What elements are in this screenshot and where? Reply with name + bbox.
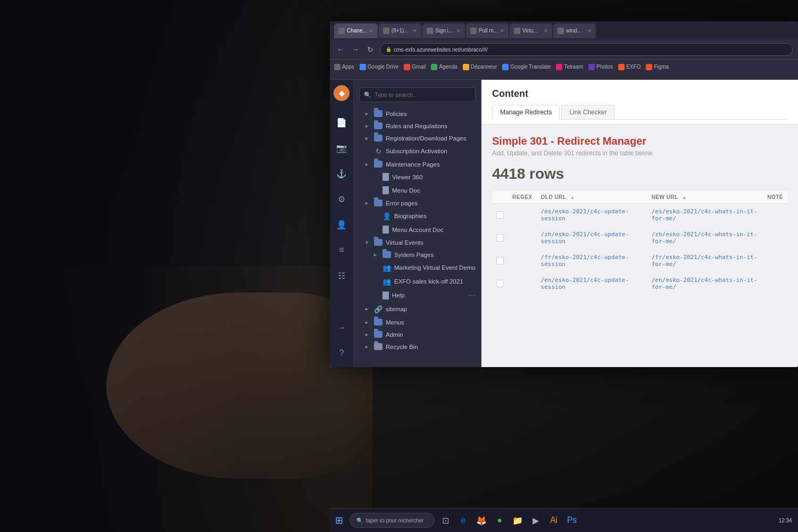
photoshop-icon[interactable]: Ps [564,513,579,528]
firefox-icon[interactable]: 🦊 [474,513,489,528]
col-header-old-url[interactable]: OLD URL ▲ [537,191,639,204]
tab-close-2[interactable]: ✕ [456,28,461,34]
row-checkbox-0[interactable] [496,211,504,219]
tree-item-registration[interactable]: ► Registration/Download Pages [354,132,481,144]
tree-label-recycle: Recycle Bin [386,344,418,350]
bookmark-translate[interactable]: Google Translate [502,64,551,70]
back-button[interactable]: ← [335,44,346,55]
browser-tab-3[interactable]: Pull m... ✕ [466,23,509,38]
taskbar-right: 12:34 [778,513,793,528]
bookmark-telraam-label: Telraam [564,64,583,70]
tree-item-recycle[interactable]: ► Recycle Bin [354,340,481,353]
tab-close-3[interactable]: ✕ [500,28,504,34]
address-bar[interactable]: 🔒 cms-exfo.azurewebsites.net/umbraco/#/ [380,43,793,56]
cms-icon-help[interactable]: ? [333,345,350,362]
refresh-button[interactable]: ↻ [365,44,376,55]
bookmark-gmail[interactable]: Gmail [404,64,426,70]
explorer-icon[interactable]: 📁 [510,513,525,528]
tab-close-4[interactable]: ✕ [544,28,548,34]
cms-icon-table[interactable]: ≡ [333,242,350,259]
taskbar-search[interactable]: 🔍 taper ici pour rechercher [350,513,435,528]
tab-favicon-5 [558,28,564,34]
tree-item-maintenance[interactable]: ► Maintenance Pages [354,158,481,170]
tab-manage-redirects[interactable]: Manage Redirects [492,105,560,120]
tab-favicon-3 [470,28,477,34]
new-url-0: /es/esko-2021/c4c-whats-in-it-for-me/ [652,208,758,222]
tree-label-error: Error pages [386,200,418,206]
bookmark-telraam[interactable]: Telraam [556,64,583,70]
sort-icon-new: ▲ [682,195,687,200]
tree-label-registration: Registration/Download Pages [386,135,467,142]
redirect-count: 4418 rows [492,165,787,182]
tree-item-virtual-events[interactable]: ▼ Virtual Events [354,236,481,248]
tree-item-menudoc[interactable]: Menu Doc [354,184,481,197]
search-bar[interactable]: 🔍 [359,87,476,102]
cms-icon-gear[interactable]: ⚙ [333,190,350,207]
cms-icon-wrench[interactable]: ⚓ [333,165,350,182]
bookmark-depanneur[interactable]: Dépanneur [463,64,497,70]
edge-icon[interactable]: e [456,513,471,528]
taskbar-search-text: taper ici pour rechercher [366,518,423,523]
note-label: NOTE [767,194,783,200]
folder-icon-recycle [374,343,383,350]
cms-icon-person[interactable]: 👤 [333,216,350,233]
tree-arrow-sitemap: ► [364,306,371,312]
tree-label-subscription: Subscription Activation [386,148,447,154]
tree-item-help[interactable]: Help ⋯ [354,288,481,302]
tree-item-menu-account[interactable]: Menu Account Doc [354,223,481,236]
windows-logo[interactable]: ⊞ [335,514,343,526]
browser-tab-5[interactable]: wind... ✕ [553,23,596,38]
tree-item-policies[interactable]: ► Policies [354,107,481,120]
tree-item-menus[interactable]: ► Menus [354,316,481,328]
bookmark-exfo[interactable]: EXFO [618,64,641,70]
illustrator-icon[interactable]: Ai [546,513,561,528]
tree-item-biographies[interactable]: 👤 Biographies [354,209,481,223]
browser-tab-1[interactable]: (8+1)... ✕ [379,23,421,38]
tree-item-marketing[interactable]: 👥 Marketing Virtual Event Demo [354,261,481,275]
tree-item-viewer360[interactable]: Viewer 360 [354,170,481,184]
cms-icon-image[interactable]: 📷 [333,139,350,156]
col-header-new-url[interactable]: NEW URL ▲ [647,191,763,204]
forward-button[interactable]: → [350,44,361,55]
tab-nav: Manage Redirects Link Checker [492,105,787,120]
tree-item-subscription[interactable]: ↻ Subscription Activation [354,144,481,158]
bookmark-agenda[interactable]: Agenda [431,64,457,70]
tree-item-rules[interactable]: ► Rules and Regulations [354,120,481,132]
figma-favicon [646,64,652,70]
chrome-icon[interactable]: ● [492,513,507,528]
tree-item-system-pages[interactable]: ► System Pages [354,248,481,261]
tree-item-admin[interactable]: ► Admin [354,328,481,340]
note-2 [763,250,787,272]
tree-item-sitemap[interactable]: ► 🔗 sitemap [354,302,481,316]
row-checkbox-2[interactable] [496,257,504,264]
cms-icon-grid[interactable]: ☷ [333,267,350,284]
tree-item-error[interactable]: ► Error pages [354,197,481,209]
laptop-screen: Chane... ✕ (8+1)... ✕ Sign i... ✕ Pull m… [330,21,798,367]
task-view-button[interactable]: ⊡ [438,513,453,528]
tab-close-5[interactable]: ✕ [587,28,592,34]
row-checkbox-3[interactable] [496,280,504,287]
browser-tab-4[interactable]: Virtu... ✕ [510,23,552,38]
taskbar-clock: 12:34 [778,513,793,528]
terminal-icon[interactable]: ▶ [528,513,543,528]
cms-icon-document[interactable]: 📄 [333,114,350,131]
tree-label-exfo: EXFO sales kick-off 2021 [394,278,463,285]
cms-icon-arrow[interactable]: → [333,319,350,336]
tab-label-1: (8+1)... [392,28,409,34]
row-checkbox-1[interactable] [496,234,504,242]
bookmark-photos[interactable]: Photos [588,64,613,70]
browser-tab-2[interactable]: Sign i... ✕ [422,23,465,38]
tree-item-exfo-sales[interactable]: 👥 EXFO sales kick-off 2021 [354,275,481,288]
cms-nav-tree: 🔍 ► Policies ► Rules and Regulations ► R… [354,80,481,367]
cms-logo[interactable]: ◆ [334,85,350,101]
more-options-button[interactable]: ⋯ [468,291,476,300]
search-input[interactable] [375,92,471,98]
bookmark-gdrive[interactable]: Google Drive [360,64,398,70]
tab-link-checker[interactable]: Link Checker [561,105,614,119]
bookmark-apps[interactable]: Apps [334,64,354,70]
browser-tab-active[interactable]: Chane... ✕ [334,23,378,38]
bookmark-figma[interactable]: Figma [646,64,669,70]
tab-close-icon[interactable]: ✕ [369,28,373,34]
regex-label: REGEX [512,194,533,200]
tab-close-1[interactable]: ✕ [413,28,417,34]
